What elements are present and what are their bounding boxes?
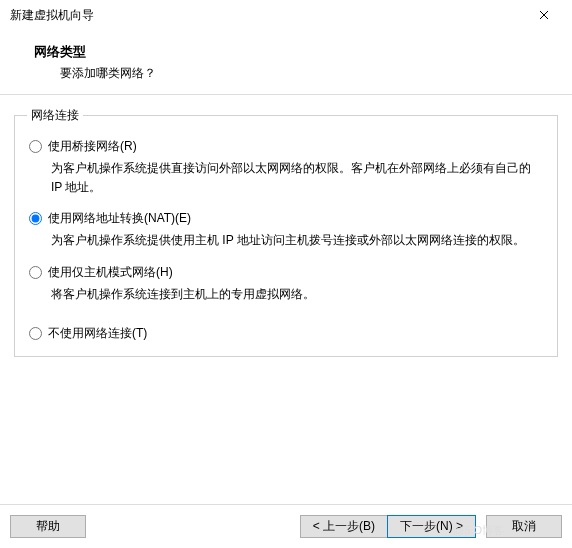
wizard-footer: 帮助 < 上一步(B) 下一步(N) > 取消: [0, 504, 572, 548]
wizard-header: 网络类型 要添加哪类网络？: [0, 30, 572, 95]
option-nat-row[interactable]: 使用网络地址转换(NAT)(E): [27, 210, 545, 227]
nav-button-group: < 上一步(B) 下一步(N) >: [301, 515, 476, 538]
option-bridged-label: 使用桥接网络(R): [48, 138, 137, 155]
option-none-label: 不使用网络连接(T): [48, 325, 147, 342]
option-nat-desc: 为客户机操作系统提供使用主机 IP 地址访问主机拨号连接或外部以太网网络连接的权…: [51, 231, 545, 250]
page-subtitle: 要添加哪类网络？: [60, 65, 564, 82]
option-none: 不使用网络连接(T): [27, 325, 545, 342]
help-button[interactable]: 帮助: [10, 515, 86, 538]
radio-none[interactable]: [29, 327, 42, 340]
radio-bridged[interactable]: [29, 140, 42, 153]
close-icon: [539, 10, 549, 20]
option-hostonly-desc: 将客户机操作系统连接到主机上的专用虚拟网络。: [51, 285, 545, 304]
option-nat-label: 使用网络地址转换(NAT)(E): [48, 210, 191, 227]
radio-hostonly[interactable]: [29, 266, 42, 279]
option-bridged: 使用桥接网络(R) 为客户机操作系统提供直接访问外部以太网网络的权限。客户机在外…: [27, 138, 545, 196]
cancel-button[interactable]: 取消: [486, 515, 562, 538]
back-button[interactable]: < 上一步(B): [300, 515, 388, 538]
option-none-row[interactable]: 不使用网络连接(T): [27, 325, 545, 342]
option-bridged-row[interactable]: 使用桥接网络(R): [27, 138, 545, 155]
option-bridged-desc: 为客户机操作系统提供直接访问外部以太网网络的权限。客户机在外部网络上必须有自己的…: [51, 159, 545, 196]
window-title: 新建虚拟机向导: [10, 7, 94, 24]
option-nat: 使用网络地址转换(NAT)(E) 为客户机操作系统提供使用主机 IP 地址访问主…: [27, 210, 545, 250]
option-hostonly-label: 使用仅主机模式网络(H): [48, 264, 173, 281]
option-hostonly-row[interactable]: 使用仅主机模式网络(H): [27, 264, 545, 281]
option-hostonly: 使用仅主机模式网络(H) 将客户机操作系统连接到主机上的专用虚拟网络。: [27, 264, 545, 304]
page-title: 网络类型: [34, 44, 564, 61]
close-button[interactable]: [524, 1, 564, 29]
radio-nat[interactable]: [29, 212, 42, 225]
network-connection-group: 网络连接 使用桥接网络(R) 为客户机操作系统提供直接访问外部以太网网络的权限。…: [14, 107, 558, 357]
next-button[interactable]: 下一步(N) >: [387, 515, 476, 538]
titlebar: 新建虚拟机向导: [0, 0, 572, 30]
content-area: 网络连接 使用桥接网络(R) 为客户机操作系统提供直接访问外部以太网网络的权限。…: [0, 95, 572, 367]
group-legend: 网络连接: [27, 107, 83, 124]
